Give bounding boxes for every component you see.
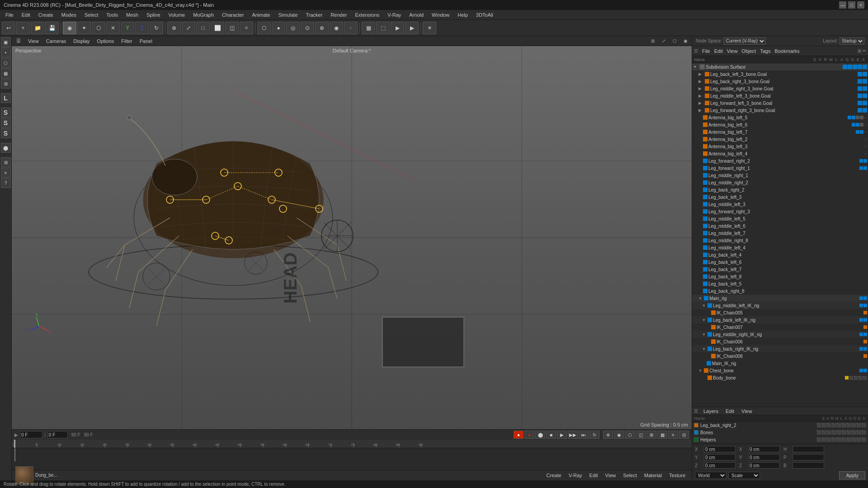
transport-extra4[interactable]: ◫ <box>636 431 646 439</box>
obj-row-lbr-ik[interactable]: ▼ Leg_back_right_IK_rig <box>692 345 868 352</box>
obj-menu-edit[interactable]: Edit <box>712 47 725 55</box>
expand-4[interactable]: ▶ <box>698 94 704 98</box>
tool-select-lasso[interactable]: ✧ <box>240 22 253 34</box>
window-controls[interactable]: — □ × <box>839 1 864 9</box>
obj-row-2[interactable]: ▶ Leg_back_right_3_bone.Goal <box>692 78 868 85</box>
tool-rotate[interactable]: ↻ <box>150 22 163 34</box>
viewport[interactable]: HEAD X Y Z <box>12 46 692 429</box>
coord-b-input[interactable] <box>793 462 824 469</box>
obj-row-lmr2[interactable]: Leg_middle_right_2 <box>692 179 868 186</box>
vp-menu-panel[interactable]: Panel <box>137 38 155 45</box>
vp-menu-filter[interactable]: Filter <box>118 38 135 45</box>
sidebar-uvw-icon[interactable]: ⊞ <box>1 79 11 89</box>
obj-row-lml7[interactable]: Leg_middle_left_7 <box>692 230 868 237</box>
timeline-track[interactable] <box>12 448 692 461</box>
obj-row-lmr8[interactable]: Leg_middle_right_8 <box>692 237 868 244</box>
menu-select[interactable]: Select <box>81 11 102 19</box>
tool-undo[interactable]: ↩ <box>2 22 15 34</box>
obj-row-lbl6[interactable]: Leg_back_left_6 <box>692 258 868 266</box>
sidebar-selection-icon[interactable]: ▣ <box>1 37 11 47</box>
obj-row-body[interactable]: Body_bone ⬛⬛⬛⬛ <box>692 374 868 381</box>
bottom-menu-edit[interactable]: Edit <box>587 472 601 479</box>
menu-window[interactable]: Window <box>428 11 453 19</box>
menu-edit[interactable]: Edit <box>18 11 34 19</box>
obj-row-chest[interactable]: ▼ Chest_bone <box>692 367 868 374</box>
node-space-select[interactable]: Current (V-Ray) <box>724 38 766 45</box>
obj-row-lbl7[interactable]: Leg_back_left_7 <box>692 266 868 273</box>
sidebar-paint-icon[interactable]: ⬤ <box>1 143 11 153</box>
timeline-start-frame[interactable] <box>47 431 68 438</box>
vp-menu-display[interactable]: Display <box>71 38 92 45</box>
vp-icon-1[interactable]: ⊞ <box>648 37 657 45</box>
coord-p-input[interactable] <box>793 454 824 460</box>
obj-row-3[interactable]: ▶ Leg_middle_right_3_bone.Goal <box>692 85 868 92</box>
tool-cam3[interactable]: ⊙ <box>301 22 314 34</box>
tool-render-view[interactable]: ▶ <box>391 22 404 34</box>
tool-display1[interactable]: ▦ <box>362 22 375 34</box>
expand-3[interactable]: ▶ <box>698 86 704 91</box>
obj-row-lbl4[interactable]: Leg_back_left_4 <box>692 251 868 258</box>
transport-extra3[interactable]: ⬡ <box>625 431 635 439</box>
sidebar-grid-icon[interactable]: ⊞ <box>1 157 11 167</box>
obj-row-lbl-ik[interactable]: ▼ Leg_back_left_IK_rig <box>692 316 868 324</box>
menu-character[interactable]: Character <box>218 11 247 19</box>
bottom-menu-vray[interactable]: V-Ray <box>566 472 585 479</box>
obj-row-ant4[interactable]: Antenna_big_left_4 ··· <box>692 150 868 157</box>
tool-save[interactable]: 💾 <box>45 22 59 34</box>
tool-perspective[interactable]: ⬡ <box>257 22 271 34</box>
menu-spline[interactable]: Spline <box>143 11 164 19</box>
vp-icon-4[interactable]: ◉ <box>681 37 690 45</box>
menu-create[interactable]: Create <box>35 11 57 19</box>
sidebar-edges-icon[interactable]: ⬡ <box>1 58 11 68</box>
coord-h-input[interactable] <box>793 446 824 452</box>
vp-icon-2[interactable]: ⤢ <box>659 37 668 45</box>
tool-new[interactable]: + <box>16 22 30 34</box>
menu-arnold[interactable]: Arnold <box>406 11 427 19</box>
coord-rx-input[interactable] <box>748 446 780 452</box>
apply-button[interactable]: Apply <box>839 471 865 479</box>
obj-row-ikchain007[interactable]: IK_Chain007 <box>692 324 868 331</box>
obj-row-subdivision[interactable]: ▼ ⬡ Subdivision Surface <box>692 63 868 70</box>
obj-row-lml6[interactable]: Leg_middle_left_6 <box>692 222 868 230</box>
tool-cam5[interactable]: ◉ <box>330 22 343 34</box>
obj-menu-file[interactable]: File <box>700 47 712 55</box>
tool-cam1[interactable]: ● <box>272 22 285 34</box>
obj-row-lfr3[interactable]: Leg_forward_right_3 <box>692 208 868 215</box>
menu-vray[interactable]: V-Ray <box>384 11 405 19</box>
obj-row-lmr-ik[interactable]: ▼ Leg_middle_right_IK_rig <box>692 331 868 338</box>
transport-record[interactable]: ● <box>514 431 524 439</box>
tool-z[interactable]: Z <box>135 22 149 34</box>
obj-menu-view[interactable]: View <box>725 47 740 55</box>
coord-x-input[interactable] <box>704 446 736 452</box>
sidebar-l-icon[interactable]: L <box>1 93 11 103</box>
obj-row-mainrig[interactable]: ▼ Main_rig <box>692 295 868 302</box>
vp-icon-3[interactable]: ⬡ <box>670 37 679 45</box>
obj-row-lbr8[interactable]: Leg_back_right_8 <box>692 287 868 295</box>
obj-row-1[interactable]: ▶ Leg_back_left_3_bone.Goal <box>692 70 868 78</box>
transport-stop[interactable]: ■ <box>546 431 556 439</box>
sidebar-points-icon[interactable]: • <box>1 47 11 57</box>
tool-model[interactable]: ◉ <box>63 22 76 34</box>
menu-tools[interactable]: Tools <box>103 11 122 19</box>
bottom-menu-create[interactable]: Create <box>544 472 564 479</box>
menu-render[interactable]: Render <box>327 11 350 19</box>
tool-x[interactable]: ✕ <box>106 22 120 34</box>
transport-play2[interactable]: ▶▶ <box>568 431 578 439</box>
menu-mograph[interactable]: MoGraph <box>189 11 217 19</box>
expand-5[interactable]: ▶ <box>698 101 704 105</box>
tool-select-live[interactable]: ⬜ <box>211 22 224 34</box>
tool-scale[interactable]: ⤢ <box>182 22 195 34</box>
layout-select[interactable]: Startup <box>840 38 864 45</box>
coord-world-select[interactable]: World Object <box>695 472 726 479</box>
menu-volume[interactable]: Volume <box>165 11 189 19</box>
tool-cam2[interactable]: ◎ <box>286 22 300 34</box>
transport-extra2[interactable]: ◉ <box>614 431 624 439</box>
transport-record2[interactable]: ● <box>524 431 534 439</box>
menu-animate[interactable]: Animate <box>248 11 274 19</box>
transport-loop[interactable]: ↻ <box>590 431 599 439</box>
obj-row-lbr2[interactable]: Leg_back_right_2 <box>692 186 868 193</box>
tool-rigging[interactable]: ⬡ <box>92 22 105 34</box>
tool-y[interactable]: Y <box>121 22 134 34</box>
maximize-button[interactable]: □ <box>848 1 855 9</box>
obj-row-ant7[interactable]: Antenna_big_left_7 ··· <box>692 128 868 136</box>
